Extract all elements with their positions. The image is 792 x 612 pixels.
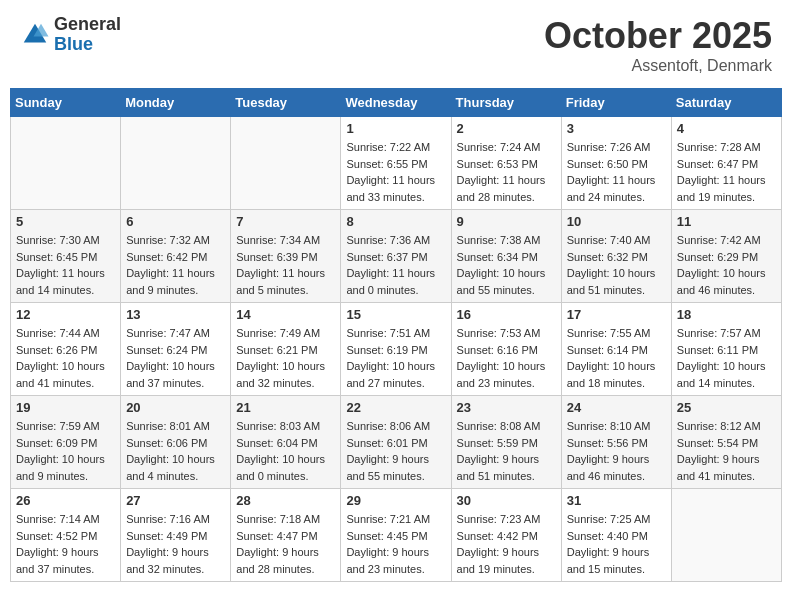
logo-text: General Blue — [54, 15, 121, 55]
day-number: 30 — [457, 493, 556, 508]
weekday-header-friday: Friday — [561, 89, 671, 117]
weekday-header-saturday: Saturday — [671, 89, 781, 117]
day-info: Sunrise: 7:21 AMSunset: 4:45 PMDaylight:… — [346, 511, 445, 577]
week-row-5: 26Sunrise: 7:14 AMSunset: 4:52 PMDayligh… — [11, 489, 782, 582]
calendar-cell — [231, 117, 341, 210]
calendar-cell: 21Sunrise: 8:03 AMSunset: 6:04 PMDayligh… — [231, 396, 341, 489]
day-number: 10 — [567, 214, 666, 229]
week-row-4: 19Sunrise: 7:59 AMSunset: 6:09 PMDayligh… — [11, 396, 782, 489]
calendar-cell: 1Sunrise: 7:22 AMSunset: 6:55 PMDaylight… — [341, 117, 451, 210]
day-info: Sunrise: 7:28 AMSunset: 6:47 PMDaylight:… — [677, 139, 776, 205]
calendar-cell: 15Sunrise: 7:51 AMSunset: 6:19 PMDayligh… — [341, 303, 451, 396]
day-number: 12 — [16, 307, 115, 322]
logo-blue: Blue — [54, 35, 121, 55]
calendar-cell: 6Sunrise: 7:32 AMSunset: 6:42 PMDaylight… — [121, 210, 231, 303]
day-info: Sunrise: 7:53 AMSunset: 6:16 PMDaylight:… — [457, 325, 556, 391]
day-info: Sunrise: 7:40 AMSunset: 6:32 PMDaylight:… — [567, 232, 666, 298]
calendar-cell: 3Sunrise: 7:26 AMSunset: 6:50 PMDaylight… — [561, 117, 671, 210]
day-number: 17 — [567, 307, 666, 322]
calendar-cell: 5Sunrise: 7:30 AMSunset: 6:45 PMDaylight… — [11, 210, 121, 303]
day-number: 7 — [236, 214, 335, 229]
calendar-cell: 13Sunrise: 7:47 AMSunset: 6:24 PMDayligh… — [121, 303, 231, 396]
day-number: 5 — [16, 214, 115, 229]
calendar-cell: 12Sunrise: 7:44 AMSunset: 6:26 PMDayligh… — [11, 303, 121, 396]
day-info: Sunrise: 7:59 AMSunset: 6:09 PMDaylight:… — [16, 418, 115, 484]
day-number: 4 — [677, 121, 776, 136]
day-info: Sunrise: 7:26 AMSunset: 6:50 PMDaylight:… — [567, 139, 666, 205]
location: Assentoft, Denmark — [544, 57, 772, 75]
day-info: Sunrise: 8:06 AMSunset: 6:01 PMDaylight:… — [346, 418, 445, 484]
weekday-header-tuesday: Tuesday — [231, 89, 341, 117]
calendar-cell: 30Sunrise: 7:23 AMSunset: 4:42 PMDayligh… — [451, 489, 561, 582]
day-info: Sunrise: 8:12 AMSunset: 5:54 PMDaylight:… — [677, 418, 776, 484]
calendar-cell: 27Sunrise: 7:16 AMSunset: 4:49 PMDayligh… — [121, 489, 231, 582]
week-row-3: 12Sunrise: 7:44 AMSunset: 6:26 PMDayligh… — [11, 303, 782, 396]
title-block: October 2025 Assentoft, Denmark — [544, 15, 772, 75]
day-info: Sunrise: 7:30 AMSunset: 6:45 PMDaylight:… — [16, 232, 115, 298]
day-number: 28 — [236, 493, 335, 508]
day-number: 9 — [457, 214, 556, 229]
day-number: 11 — [677, 214, 776, 229]
day-info: Sunrise: 7:25 AMSunset: 4:40 PMDaylight:… — [567, 511, 666, 577]
day-number: 2 — [457, 121, 556, 136]
day-info: Sunrise: 7:18 AMSunset: 4:47 PMDaylight:… — [236, 511, 335, 577]
logo-general: General — [54, 15, 121, 35]
logo: General Blue — [20, 15, 121, 55]
day-number: 19 — [16, 400, 115, 415]
day-number: 26 — [16, 493, 115, 508]
calendar-cell: 14Sunrise: 7:49 AMSunset: 6:21 PMDayligh… — [231, 303, 341, 396]
day-number: 29 — [346, 493, 445, 508]
calendar-cell: 11Sunrise: 7:42 AMSunset: 6:29 PMDayligh… — [671, 210, 781, 303]
day-info: Sunrise: 7:49 AMSunset: 6:21 PMDaylight:… — [236, 325, 335, 391]
calendar-cell: 16Sunrise: 7:53 AMSunset: 6:16 PMDayligh… — [451, 303, 561, 396]
day-info: Sunrise: 7:22 AMSunset: 6:55 PMDaylight:… — [346, 139, 445, 205]
day-number: 27 — [126, 493, 225, 508]
day-info: Sunrise: 7:51 AMSunset: 6:19 PMDaylight:… — [346, 325, 445, 391]
weekday-header-thursday: Thursday — [451, 89, 561, 117]
calendar-cell: 10Sunrise: 7:40 AMSunset: 6:32 PMDayligh… — [561, 210, 671, 303]
header-row: SundayMondayTuesdayWednesdayThursdayFrid… — [11, 89, 782, 117]
calendar-cell — [11, 117, 121, 210]
day-number: 8 — [346, 214, 445, 229]
day-info: Sunrise: 7:24 AMSunset: 6:53 PMDaylight:… — [457, 139, 556, 205]
month-title: October 2025 — [544, 15, 772, 57]
day-number: 3 — [567, 121, 666, 136]
calendar-cell — [121, 117, 231, 210]
logo-icon — [20, 20, 50, 50]
day-number: 18 — [677, 307, 776, 322]
day-info: Sunrise: 7:47 AMSunset: 6:24 PMDaylight:… — [126, 325, 225, 391]
day-number: 22 — [346, 400, 445, 415]
day-info: Sunrise: 8:08 AMSunset: 5:59 PMDaylight:… — [457, 418, 556, 484]
day-info: Sunrise: 7:38 AMSunset: 6:34 PMDaylight:… — [457, 232, 556, 298]
day-number: 24 — [567, 400, 666, 415]
weekday-header-sunday: Sunday — [11, 89, 121, 117]
day-info: Sunrise: 7:42 AMSunset: 6:29 PMDaylight:… — [677, 232, 776, 298]
day-number: 31 — [567, 493, 666, 508]
day-number: 23 — [457, 400, 556, 415]
calendar-cell: 19Sunrise: 7:59 AMSunset: 6:09 PMDayligh… — [11, 396, 121, 489]
calendar-table: SundayMondayTuesdayWednesdayThursdayFrid… — [10, 88, 782, 582]
calendar-cell: 22Sunrise: 8:06 AMSunset: 6:01 PMDayligh… — [341, 396, 451, 489]
calendar-cell: 2Sunrise: 7:24 AMSunset: 6:53 PMDaylight… — [451, 117, 561, 210]
weekday-header-wednesday: Wednesday — [341, 89, 451, 117]
day-info: Sunrise: 7:14 AMSunset: 4:52 PMDaylight:… — [16, 511, 115, 577]
day-info: Sunrise: 7:55 AMSunset: 6:14 PMDaylight:… — [567, 325, 666, 391]
calendar-cell: 24Sunrise: 8:10 AMSunset: 5:56 PMDayligh… — [561, 396, 671, 489]
day-info: Sunrise: 8:03 AMSunset: 6:04 PMDaylight:… — [236, 418, 335, 484]
day-number: 14 — [236, 307, 335, 322]
calendar-cell: 23Sunrise: 8:08 AMSunset: 5:59 PMDayligh… — [451, 396, 561, 489]
calendar-cell: 28Sunrise: 7:18 AMSunset: 4:47 PMDayligh… — [231, 489, 341, 582]
week-row-1: 1Sunrise: 7:22 AMSunset: 6:55 PMDaylight… — [11, 117, 782, 210]
calendar-cell: 26Sunrise: 7:14 AMSunset: 4:52 PMDayligh… — [11, 489, 121, 582]
day-info: Sunrise: 7:16 AMSunset: 4:49 PMDaylight:… — [126, 511, 225, 577]
weekday-header-monday: Monday — [121, 89, 231, 117]
day-info: Sunrise: 8:10 AMSunset: 5:56 PMDaylight:… — [567, 418, 666, 484]
calendar-cell: 25Sunrise: 8:12 AMSunset: 5:54 PMDayligh… — [671, 396, 781, 489]
day-info: Sunrise: 7:23 AMSunset: 4:42 PMDaylight:… — [457, 511, 556, 577]
day-number: 15 — [346, 307, 445, 322]
calendar-cell: 8Sunrise: 7:36 AMSunset: 6:37 PMDaylight… — [341, 210, 451, 303]
day-number: 21 — [236, 400, 335, 415]
week-row-2: 5Sunrise: 7:30 AMSunset: 6:45 PMDaylight… — [11, 210, 782, 303]
day-number: 20 — [126, 400, 225, 415]
calendar-cell: 9Sunrise: 7:38 AMSunset: 6:34 PMDaylight… — [451, 210, 561, 303]
